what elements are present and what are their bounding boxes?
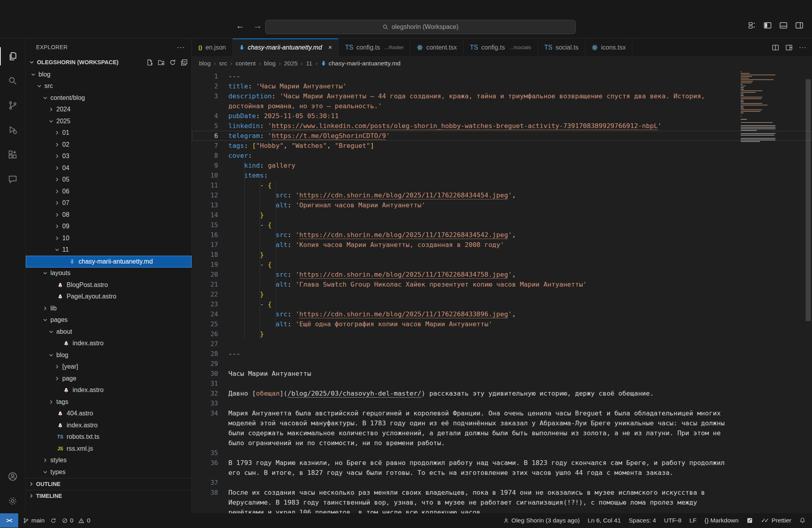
source-control-icon[interactable] (0, 93, 26, 118)
run-debug-icon[interactable] (0, 118, 26, 142)
encoding[interactable]: UTF-8 (664, 517, 682, 524)
tab-social-ts[interactable]: TSsocial.ts (538, 38, 585, 56)
tab-icons-tsx[interactable]: icons.tsx (585, 38, 632, 56)
tree-item-rss-xml-js[interactable]: JSrss.xml.js (26, 443, 192, 455)
tree-item-10[interactable]: 10 (26, 232, 192, 244)
breadcrumb-item[interactable]: src (219, 60, 227, 67)
tree-item-05[interactable]: 05 (26, 174, 192, 186)
new-folder-icon[interactable] (158, 59, 165, 66)
tree-item-tags[interactable]: tags (26, 396, 192, 408)
toggle-primary-sidebar-icon[interactable] (764, 22, 772, 29)
breadcrumb-item[interactable]: content (236, 60, 256, 67)
tree-item-09[interactable]: 09 (26, 221, 192, 233)
tree-item-label: lib (50, 305, 57, 312)
toggle-panel-icon[interactable] (779, 22, 787, 29)
tree-item-03[interactable]: 03 (26, 151, 192, 163)
tree-item--year-[interactable]: [year] (26, 361, 192, 373)
tree-item-about[interactable]: about (26, 326, 192, 338)
line-number: 38 (192, 488, 218, 497)
language-mode[interactable]: { } Markdown (705, 517, 739, 524)
explorer-icon[interactable] (0, 44, 26, 69)
git-branch-item[interactable]: main (23, 517, 45, 524)
breadcrumb-file[interactable]: chasy-marii-antuanetty.md (321, 60, 400, 67)
collapse-folders-icon[interactable] (181, 59, 188, 66)
minimap[interactable] (741, 71, 777, 143)
indentation[interactable]: Spaces: 4 (629, 517, 656, 524)
customize-layout-icon[interactable] (748, 21, 756, 29)
markdownlint-icon[interactable] (747, 517, 753, 524)
extensions-icon[interactable] (0, 142, 26, 167)
tree-item-01[interactable]: 01 (26, 127, 192, 139)
errors-item[interactable]: 0 0 (62, 517, 90, 524)
new-file-icon[interactable] (146, 59, 153, 66)
sync-icon[interactable] (50, 518, 56, 524)
chevron-right-icon (42, 306, 49, 311)
breadcrumb-item[interactable]: 2025 (284, 60, 297, 67)
split-editor-icon[interactable] (772, 44, 779, 51)
code-line: 35 (192, 448, 812, 458)
tree-item-robots-txt-ts[interactable]: TSrobots.txt.ts (26, 431, 192, 443)
tree-item-lib[interactable]: lib (26, 302, 192, 314)
tree-item-08[interactable]: 08 (26, 209, 192, 221)
tree-item-blog[interactable]: blog (26, 349, 192, 361)
tab-config-ts[interactable]: TSconfig.ts.../socials (463, 38, 538, 56)
close-icon[interactable]: × (328, 44, 332, 51)
workspace-section-header[interactable]: OLEGSHORIN (WORKSPACE) (26, 56, 192, 69)
more-actions-icon[interactable]: ··· (799, 44, 806, 51)
code-line: 9 kind: gallery (192, 161, 812, 170)
tree-item-types[interactable]: types (26, 466, 192, 478)
tree-item-04[interactable]: 04 (26, 162, 192, 174)
tree-item-blogpost-astro[interactable]: ABlogPost.astro (26, 279, 192, 291)
tree-item-pages[interactable]: pages (26, 314, 192, 326)
forward-arrow-icon[interactable]: → (253, 21, 262, 31)
remote-indicator[interactable]: >< (0, 513, 18, 528)
tree-item-11[interactable]: 11 (26, 244, 192, 256)
refresh-icon[interactable] (169, 59, 176, 66)
tree-item-page[interactable]: page (26, 373, 192, 385)
line-number: 6 (192, 131, 218, 141)
tree-item-pagelayout-astro[interactable]: APageLayout.astro (26, 291, 192, 303)
breadcrumb-item[interactable]: blog (264, 60, 276, 67)
breadcrumb-item[interactable]: blog (199, 60, 211, 67)
tree-item-2025[interactable]: 2025 (26, 115, 192, 127)
tree-item-index-astro[interactable]: Aindex.astro (26, 385, 192, 396)
back-arrow-icon[interactable]: ← (236, 21, 245, 31)
toggle-editor-layout-icon[interactable] (785, 44, 793, 51)
tree-item-layouts[interactable]: layouts (26, 268, 192, 279)
editor-scrollbar[interactable] (806, 79, 811, 321)
timeline-section[interactable]: TIMELINE (26, 490, 192, 502)
chevron-right-icon (54, 212, 61, 217)
outline-section[interactable]: OUTLINE (26, 478, 192, 490)
tab-config-ts[interactable]: TSconfig.ts.../footer (339, 38, 410, 56)
tab-chasy-marii-antuanetty-md[interactable]: chasy-marii-antuanetty.md× (233, 38, 339, 56)
tree-item-content-blog[interactable]: content/blog (26, 92, 192, 104)
toggle-secondary-sidebar-icon[interactable] (795, 22, 803, 29)
settings-gear-icon[interactable] (0, 489, 26, 513)
tree-item-chasy-marii-antuanetty-md[interactable]: chasy-marii-antuanetty.md (26, 256, 192, 268)
editor-content[interactable]: 1---2title: 'Часы Марии Антуанетты'3desc… (192, 70, 812, 513)
tree-item-06[interactable]: 06 (26, 186, 192, 197)
tree-item-blog[interactable]: blog (26, 69, 192, 80)
notifications-bell-icon[interactable] (799, 517, 806, 524)
tree-item-index-astro[interactable]: Aindex.astro (26, 419, 192, 431)
breadcrumb-item[interactable]: 11 (306, 60, 312, 67)
chat-view-icon[interactable] (0, 167, 26, 191)
tree-item-02[interactable]: 02 (26, 139, 192, 151)
search-view-icon[interactable] (0, 69, 26, 93)
tree-item-index-astro[interactable]: Aindex.astro (26, 338, 192, 350)
tree-item-2024[interactable]: 2024 (26, 104, 192, 116)
command-center-search[interactable]: olegshorin (Workspace) (265, 20, 576, 34)
tab-en-json[interactable]: {}en.json (192, 38, 233, 56)
tree-item-404-astro[interactable]: A404.astro (26, 408, 192, 420)
cursor-position[interactable]: Ln 6, Col 41 (588, 517, 621, 524)
tree-item-07[interactable]: 07 (26, 197, 192, 209)
account-icon[interactable] (0, 464, 26, 489)
tab-content-tsx[interactable]: content.tsx (410, 38, 463, 56)
formatter-item[interactable]: ✓✓ Prettier (761, 517, 791, 524)
git-blame-item[interactable]: Oleg Shorin (3 days ago) (503, 517, 580, 524)
markdown-file-icon (239, 45, 245, 50)
tree-item-src[interactable]: src (26, 80, 192, 92)
eol-sequence[interactable]: LF (689, 517, 697, 524)
tree-item-styles[interactable]: styles (26, 455, 192, 467)
explorer-more-actions-icon[interactable]: ··· (177, 43, 185, 52)
